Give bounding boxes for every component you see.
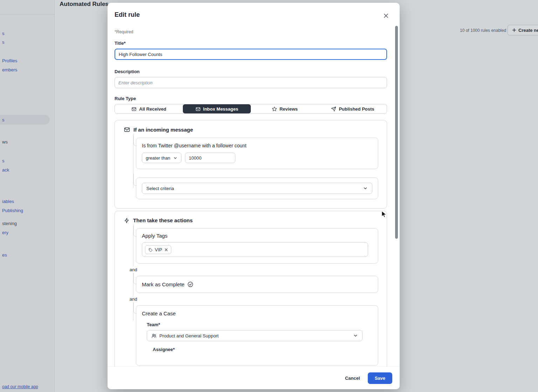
- actions-section-heading: Then take these actions: [133, 217, 193, 223]
- and-separator: and: [129, 266, 140, 273]
- condition-card: Is from Twitter @username with a followe…: [136, 138, 378, 169]
- segment-label: Published Posts: [339, 106, 374, 112]
- cancel-button[interactable]: Cancel: [345, 376, 360, 381]
- comparator-value: greater than: [146, 155, 170, 161]
- criteria-card: Select criteria: [136, 177, 378, 199]
- modal-header: Edit rule: [108, 3, 400, 24]
- segment-label: Inbox Messages: [203, 106, 238, 112]
- comparator-dropdown[interactable]: greater than: [142, 153, 181, 163]
- team-icon: [151, 333, 157, 338]
- follower-count-input[interactable]: [185, 153, 235, 163]
- modal-body: *Required Title* Description Rule Type A…: [108, 24, 400, 367]
- tag-label: VIP: [155, 247, 162, 252]
- and-separator: and: [129, 296, 140, 302]
- actions-section: Then take these actions Apply Tags VIP: [115, 211, 387, 367]
- title-label: Title*: [115, 41, 387, 46]
- chevron-down-icon: [173, 156, 178, 160]
- tag-icon: [148, 247, 153, 252]
- remove-tag-icon[interactable]: [164, 248, 168, 252]
- select-criteria-label: Select criteria: [146, 186, 174, 191]
- rule-type-segmented-control: All Received Inbox Messages Reviews Publ…: [115, 104, 387, 114]
- actions-tree: Apply Tags VIP and: [122, 228, 379, 366]
- modal-scrollbar[interactable]: [395, 26, 398, 239]
- modal-title: Edit rule: [115, 11, 391, 19]
- team-label: Team*: [147, 322, 372, 327]
- rule-type-all-received[interactable]: All Received: [115, 104, 183, 113]
- condition-text: Is from Twitter @username with a followe…: [142, 143, 372, 148]
- select-criteria-dropdown[interactable]: Select criteria: [142, 183, 372, 194]
- condition-section-heading: If an incoming message: [133, 127, 193, 133]
- segment-label: All Received: [139, 106, 166, 112]
- envelope-icon: [195, 106, 201, 112]
- envelope-icon: [124, 127, 130, 133]
- condition-section-header: If an incoming message: [122, 127, 379, 133]
- lightning-icon: [124, 218, 130, 223]
- tag-chip-vip: VIP: [145, 245, 171, 254]
- paper-plane-icon: [331, 106, 336, 112]
- condition-controls: greater than: [142, 153, 372, 163]
- description-input[interactable]: [115, 77, 387, 88]
- team-value: Product and General Support: [159, 333, 350, 338]
- required-note: *Required: [115, 29, 387, 34]
- mark-complete-label: Mark as Complete: [142, 281, 185, 287]
- chevron-down-icon: [353, 333, 358, 338]
- create-case-title: Create a Case: [142, 310, 372, 316]
- star-icon: [272, 106, 277, 112]
- condition-section: If an incoming message Is from Twitter @…: [115, 120, 387, 209]
- create-case-card: Create a Case Team* Product and General …: [136, 305, 378, 366]
- rule-type-reviews[interactable]: Reviews: [251, 104, 319, 113]
- save-button[interactable]: Save: [368, 372, 392, 384]
- team-dropdown[interactable]: Product and General Support: [147, 330, 363, 341]
- description-label: Description: [115, 69, 387, 74]
- segment-label: Reviews: [280, 106, 298, 112]
- mark-complete-card: Mark as Complete: [136, 276, 378, 293]
- close-icon[interactable]: [382, 12, 390, 20]
- rule-type-label: Rule Type: [115, 96, 387, 101]
- apply-tags-title: Apply Tags: [142, 233, 372, 239]
- assignee-label: Assignee*: [153, 347, 372, 352]
- rule-type-inbox-messages[interactable]: Inbox Messages: [183, 104, 251, 113]
- modal-footer: Cancel Save: [108, 367, 400, 389]
- title-input[interactable]: [115, 49, 387, 60]
- apply-tags-card: Apply Tags VIP: [136, 228, 378, 264]
- edit-rule-modal: Edit rule *Required Title* Description R…: [108, 3, 400, 389]
- rule-type-published-posts[interactable]: Published Posts: [319, 104, 387, 113]
- envelope-icon: [131, 106, 137, 112]
- condition-tree: Is from Twitter @username with a followe…: [122, 138, 379, 199]
- chevron-down-icon: [363, 186, 368, 191]
- actions-section-header: Then take these actions: [122, 217, 379, 223]
- check-circle-icon: [187, 281, 193, 287]
- tags-input-field[interactable]: VIP: [142, 242, 368, 257]
